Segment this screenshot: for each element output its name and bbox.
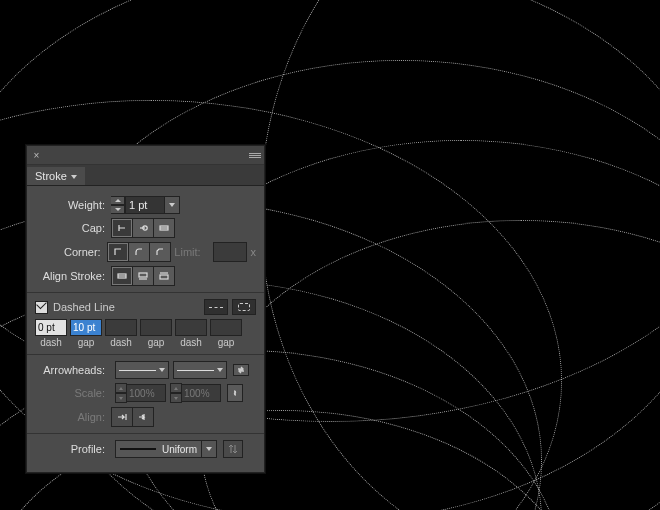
scale-start-input[interactable] — [127, 384, 166, 402]
gap2-input[interactable] — [140, 319, 172, 336]
dash2-input[interactable] — [105, 319, 137, 336]
gap-label: gap — [70, 337, 102, 348]
corner-miter-icon[interactable] — [107, 242, 129, 262]
dash-preserve-exact-icon[interactable] — [204, 299, 228, 315]
weight-input[interactable] — [125, 196, 165, 214]
gap-label: gap — [210, 337, 242, 348]
weight-stepper[interactable] — [111, 196, 165, 214]
cap-round-icon[interactable] — [132, 218, 154, 238]
scale-label: Scale: — [35, 387, 111, 399]
arrow-align-tip-icon[interactable] — [132, 407, 154, 427]
scale-start[interactable] — [115, 383, 166, 403]
profile-label: Profile: — [35, 443, 111, 455]
corner-bevel-icon[interactable] — [149, 242, 171, 262]
dashed-line-label: Dashed Line — [53, 301, 115, 313]
arrowheads-label: Arrowheads: — [35, 364, 111, 376]
arrowhead-end-dropdown[interactable] — [173, 361, 227, 379]
weight-dropdown-caret[interactable] — [165, 196, 180, 214]
dashed-line-checkbox[interactable] — [35, 301, 48, 314]
dash1-input[interactable] — [35, 319, 67, 336]
profile-dropdown-caret[interactable] — [202, 440, 217, 458]
dash3-input[interactable] — [175, 319, 207, 336]
panel-titlebar[interactable]: × — [27, 146, 264, 165]
align-inside-icon[interactable] — [132, 266, 154, 286]
arrowhead-swap-icon[interactable] — [233, 364, 249, 376]
dash-align-corners-icon[interactable] — [232, 299, 256, 315]
gap3-input[interactable] — [210, 319, 242, 336]
scale-end[interactable] — [170, 383, 221, 403]
profile-flip-icon[interactable] — [223, 440, 243, 458]
arrowhead-start-dropdown[interactable] — [115, 361, 169, 379]
dash-label: dash — [35, 337, 67, 348]
tab-stroke[interactable]: Stroke — [27, 167, 85, 185]
dash-gap-values — [35, 319, 256, 336]
limit-x: x — [251, 246, 257, 258]
gap1-input[interactable] — [70, 319, 102, 336]
arrow-align-extend-icon[interactable] — [111, 407, 133, 427]
dash-label: dash — [175, 337, 207, 348]
scale-link-icon[interactable] — [227, 384, 243, 402]
limit-input[interactable] — [213, 242, 247, 262]
dash-label: dash — [105, 337, 137, 348]
cap-projecting-icon[interactable] — [153, 218, 175, 238]
align-outside-icon[interactable] — [153, 266, 175, 286]
profile-dropdown[interactable]: Uniform — [115, 440, 202, 458]
limit-label: Limit: — [171, 246, 207, 258]
gap-label: gap — [140, 337, 172, 348]
align-center-icon[interactable] — [111, 266, 133, 286]
align-arrow-label: Align: — [35, 411, 111, 423]
close-icon[interactable]: × — [31, 150, 42, 161]
svg-rect-3 — [139, 273, 147, 277]
panel-menu-icon[interactable] — [249, 149, 261, 161]
corner-round-icon[interactable] — [128, 242, 150, 262]
weight-label: Weight: — [35, 199, 111, 211]
svg-rect-4 — [160, 275, 168, 279]
align-stroke-label: Align Stroke: — [35, 270, 111, 282]
corner-label: Corner: — [35, 246, 107, 258]
panel-tabrow: Stroke — [27, 165, 264, 186]
stroke-panel: × Stroke Weight: Cap: Corner: — [26, 145, 265, 473]
cap-butt-icon[interactable] — [111, 218, 133, 238]
scale-end-input[interactable] — [182, 384, 221, 402]
cap-label: Cap: — [35, 222, 111, 234]
profile-value: Uniform — [162, 444, 197, 455]
